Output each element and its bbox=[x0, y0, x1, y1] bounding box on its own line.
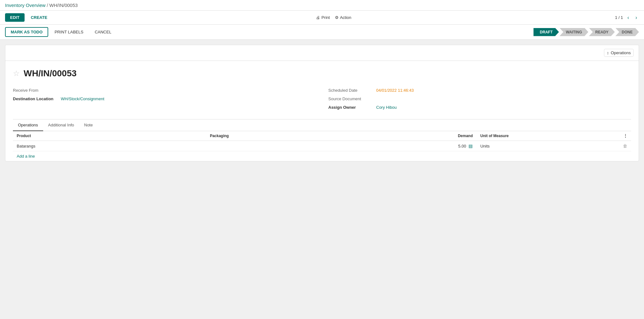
delete-icon[interactable]: 🗑 bbox=[623, 143, 627, 148]
breadcrumb-separator: / bbox=[47, 3, 48, 8]
fields-left: Receive From Destination Location WH/Sto… bbox=[13, 86, 316, 112]
field-label-scheduled-date: Scheduled Date bbox=[328, 88, 372, 93]
nav-counter: 1 / 1 ‹ › bbox=[615, 14, 639, 21]
field-value-destination[interactable]: WH/Stock/Consignment bbox=[61, 96, 104, 101]
gear-icon: ⚙ bbox=[335, 15, 339, 20]
field-label-source-doc: Source Document bbox=[328, 96, 372, 101]
nav-next-button[interactable]: › bbox=[634, 14, 639, 21]
record-title-row: ☆ WH/IN/00053 bbox=[13, 68, 631, 78]
printer-icon: 🖨 bbox=[316, 15, 320, 20]
action-button[interactable]: ⚙ Action bbox=[335, 15, 351, 20]
table-container: Product Packaging Demand Unit of Measure… bbox=[13, 131, 631, 161]
field-source-document: Source Document bbox=[328, 95, 631, 103]
add-line-button[interactable]: Add a line bbox=[13, 151, 39, 161]
record-title: WH/IN/00053 bbox=[24, 68, 77, 78]
breadcrumb-current: WH/IN/00053 bbox=[49, 3, 78, 8]
print-button[interactable]: 🖨 Print bbox=[316, 15, 330, 20]
cell-product: Batarangs bbox=[13, 141, 206, 151]
field-label-assign-owner: Assign Owner bbox=[328, 105, 372, 110]
col-header-demand: Demand bbox=[361, 131, 477, 141]
record-body: ☆ WH/IN/00053 Receive From Destination L… bbox=[5, 61, 639, 161]
chart-icon[interactable]: ▤ bbox=[469, 143, 473, 148]
status-pipeline: DRAFTWAITINGREADYDONE bbox=[533, 28, 639, 36]
record-card: ↕ Operations ☆ WH/IN/00053 Receive From … bbox=[5, 45, 639, 161]
cell-packaging bbox=[206, 141, 360, 151]
cell-uom: Units bbox=[476, 141, 592, 151]
main-content: ↕ Operations ☆ WH/IN/00053 Receive From … bbox=[0, 40, 644, 166]
favorite-icon[interactable]: ☆ bbox=[13, 69, 20, 78]
mark-as-todo-button[interactable]: MARK AS TODO bbox=[5, 27, 48, 37]
operations-button[interactable]: ↕ Operations bbox=[604, 49, 634, 57]
field-scheduled-date: Scheduled Date 04/01/2022 11:46:43 bbox=[328, 86, 631, 95]
action-bar: MARK AS TODO PRINT LABELS CANCEL DRAFTWA… bbox=[0, 25, 644, 40]
nav-prev-button[interactable]: ‹ bbox=[625, 14, 631, 21]
table-header-row: Product Packaging Demand Unit of Measure… bbox=[13, 131, 631, 141]
create-button[interactable]: CREATE bbox=[26, 13, 52, 22]
cell-delete[interactable]: 🗑 bbox=[592, 141, 631, 151]
table-row: Batarangs 5.00 ▤ Units 🗑 bbox=[13, 141, 631, 151]
status-step-ready[interactable]: READY bbox=[589, 28, 615, 36]
print-labels-button[interactable]: PRINT LABELS bbox=[49, 28, 89, 36]
tab-note[interactable]: Note bbox=[79, 119, 98, 131]
status-step-waiting[interactable]: WAITING bbox=[560, 28, 588, 36]
card-header: ↕ Operations bbox=[5, 45, 639, 61]
breadcrumb: Inventory Overview / WH/IN/00053 bbox=[5, 3, 78, 8]
col-header-uom: Unit of Measure bbox=[476, 131, 592, 141]
breadcrumb-link[interactable]: Inventory Overview bbox=[5, 3, 45, 8]
field-receive-from: Receive From bbox=[13, 86, 316, 95]
cell-demand: 5.00 ▤ bbox=[361, 141, 477, 151]
edit-button[interactable]: EDIT bbox=[5, 13, 25, 22]
breadcrumb-bar: Inventory Overview / WH/IN/00053 bbox=[0, 0, 644, 11]
main-toolbar: EDIT CREATE 🖨 Print ⚙ Action 1 / 1 ‹ › bbox=[0, 11, 644, 25]
col-header-packaging: Packaging bbox=[206, 131, 360, 141]
tabs-container: OperationsAdditional InfoNote Product Pa… bbox=[13, 119, 631, 161]
tab-operations[interactable]: Operations bbox=[13, 119, 43, 131]
field-label-destination: Destination Location bbox=[13, 96, 57, 101]
fields-right: Scheduled Date 04/01/2022 11:46:43 Sourc… bbox=[328, 86, 631, 112]
operations-table: Product Packaging Demand Unit of Measure… bbox=[13, 131, 631, 151]
field-assign-owner: Assign Owner Cory Hibou bbox=[328, 103, 631, 112]
field-destination-location: Destination Location WH/Stock/Consignmen… bbox=[13, 95, 316, 103]
fields-grid: Receive From Destination Location WH/Sto… bbox=[13, 86, 631, 112]
cancel-button[interactable]: CANCEL bbox=[90, 28, 117, 36]
tab-additional-info[interactable]: Additional Info bbox=[43, 119, 79, 131]
status-step-draft[interactable]: DRAFT bbox=[533, 28, 559, 36]
sort-icon: ↕ bbox=[607, 50, 609, 55]
field-value-scheduled-date[interactable]: 04/01/2022 11:46:43 bbox=[376, 88, 414, 93]
col-header-menu[interactable]: ⋮ bbox=[592, 131, 631, 141]
col-header-product: Product bbox=[13, 131, 206, 141]
field-label-receive-from: Receive From bbox=[13, 88, 57, 93]
status-step-done[interactable]: DONE bbox=[615, 28, 639, 36]
field-value-assign-owner[interactable]: Cory Hibou bbox=[376, 105, 397, 110]
tabs: OperationsAdditional InfoNote bbox=[13, 119, 631, 131]
